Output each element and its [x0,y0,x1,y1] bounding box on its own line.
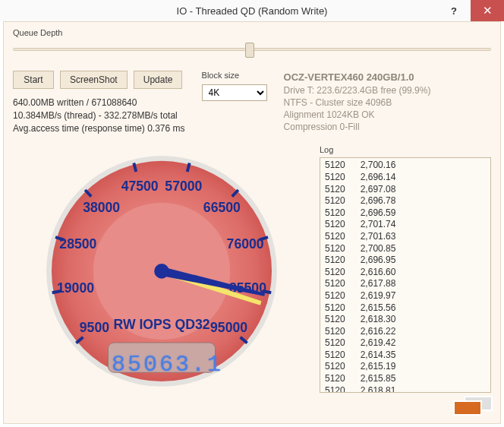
log-row: 5120 2,615.56 [325,302,486,315]
log-row: 5120 2,615.19 [325,361,486,373]
block-size-label: Block size [202,71,267,80]
log-row: 5120 2,701.63 [325,231,486,243]
log-row: 5120 2,700.16 [325,160,486,172]
log-row: 5120 2,616.22 [325,326,486,338]
gauge-title: RW IOPS QD32 [114,318,210,333]
queue-depth-label: Queue Depth [13,28,491,37]
stats-block: 640.00MB written / 671088640 10.384MB/s … [13,96,185,134]
slider-thumb[interactable] [245,43,254,58]
drive-name: OCZ-VERTEX460 240GB/1.0 [284,71,431,84]
stats-written: 640.00MB written / 671088640 [13,96,185,109]
watermark-badge [453,396,494,419]
main-pane: Queue Depth Start ScreenShot Update 640.… [3,21,501,424]
log-row: 5120 2,618.81 [325,385,486,394]
drive-compression: Compression 0-Fill [284,121,431,133]
stats-latency: Avg.access time (response time) 0.376 ms [13,122,185,135]
log-row: 5120 2,618.30 [325,314,486,326]
stats-throughput: 10.384MB/s (thread) - 332.278MB/s total [13,109,185,122]
drive-info: OCZ-VERTEX460 240GB/1.0 Drive T: 223.6/2… [284,71,431,133]
log-row: 5120 2,696.95 [325,255,486,267]
svg-line-4 [52,291,61,293]
gauge-tick-label: 66500 [203,200,241,215]
gauge-tick-label: 9500 [80,321,109,336]
gauge-tick-label: 95000 [210,321,247,336]
gauge: 9500190002850038000475005700066500760008… [13,142,310,393]
gauge-digital-readout: 85063.1 [112,352,218,378]
svg-line-11 [263,291,272,293]
gauge-tick-label: 19000 [57,280,94,296]
gauge-tick-label: 47500 [121,179,159,194]
log-row: 5120 2,696.14 [325,172,486,184]
gauge-tick-label: 38000 [83,200,120,215]
screenshot-button[interactable]: ScreenShot [60,71,128,89]
gauge-tick-label: 76000 [227,237,264,252]
log-row: 5120 2,696.78 [325,195,486,207]
block-size-select[interactable]: 4K [202,84,267,101]
title-bar: IO - Threaded QD (Random Write) ? ✕ [0,0,504,21]
gauge-tick-label: 57000 [165,179,202,194]
log-row: 5120 2,614.35 [325,350,486,362]
log-row: 5120 2,697.08 [325,184,486,196]
log-label: Log [320,145,491,154]
log-row: 5120 2,615.85 [325,373,486,385]
log-row: 5120 2,619.97 [325,290,486,302]
log-row: 5120 2,619.42 [325,337,486,350]
drive-fs: NTFS - Cluster size 4096B [284,96,431,109]
help-button[interactable]: ? [437,0,471,21]
drive-capacity: Drive T: 223.6/223.4GB free (99.9%) [284,84,431,96]
svg-point-15 [154,264,169,279]
log-row: 5120 2,617.88 [325,278,486,290]
log-row: 5120 2,696.59 [325,207,486,220]
log-box[interactable]: 5120 2,700.165120 2,696.145120 2,697.085… [320,157,491,393]
log-row: 5120 2,700.85 [325,243,486,255]
queue-depth-slider[interactable] [13,40,491,60]
drive-align: Alignment 1024KB OK [284,109,431,121]
start-button[interactable]: Start [13,71,54,89]
log-row: 5120 2,616.60 [325,267,486,279]
update-button[interactable]: Update [134,71,183,89]
window-title: IO - Threaded QD (Random Write) [0,5,504,17]
gauge-tick-label: 28500 [59,237,96,252]
close-button[interactable]: ✕ [471,0,504,21]
log-row: 5120 2,701.74 [325,219,486,231]
